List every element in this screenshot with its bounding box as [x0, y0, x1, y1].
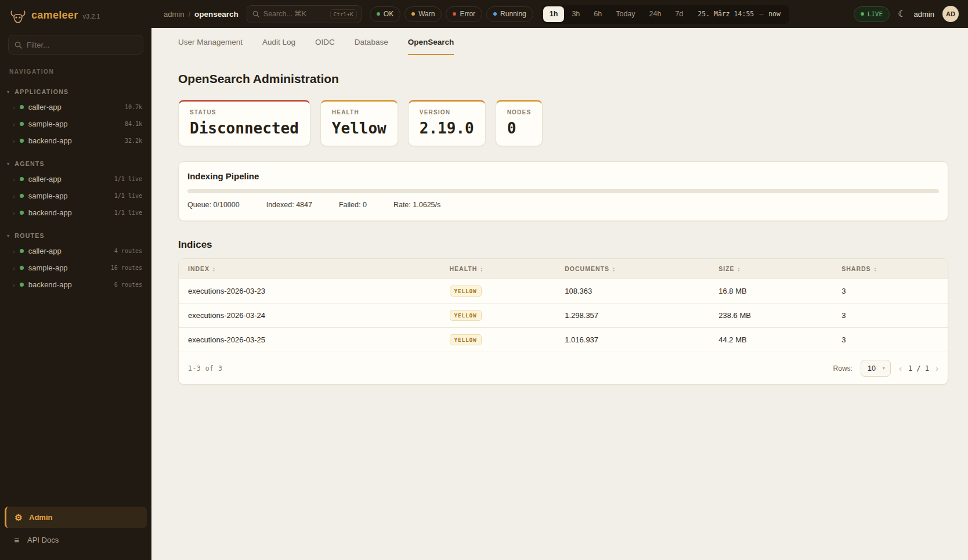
item-label: caller-app	[28, 103, 62, 111]
admin-label: Admin	[29, 513, 52, 522]
section-header-routes[interactable]: ▾ ROUTES	[0, 228, 151, 243]
column-header-shards[interactable]: SHARDS▲▼	[832, 259, 948, 279]
filter-pill-error[interactable]: Error	[446, 6, 482, 22]
chevron-right-icon: ›	[13, 281, 15, 288]
sort-icon: ▲▼	[480, 267, 483, 272]
stat-label: NODES	[507, 109, 532, 115]
section-label: AGENTS	[15, 160, 45, 167]
next-page-button[interactable]: ›	[936, 363, 938, 373]
time-range-24h[interactable]: 24h	[643, 6, 668, 22]
breadcrumb-parent[interactable]: admin	[164, 10, 184, 19]
table-footer-controls: Rows: 10 ▾ ‹ 1 / 1 ›	[833, 360, 938, 377]
tab-oidc[interactable]: OIDC	[315, 38, 335, 55]
time-range-3h[interactable]: 3h	[565, 6, 586, 22]
table-row[interactable]: executions-2026-03-25 YELLOW 1.016.937 4…	[179, 328, 948, 352]
sidebar-item-admin[interactable]: ⚙ Admin	[5, 507, 147, 528]
stat-value: Disconnected	[190, 120, 299, 137]
stat-value: 0	[507, 120, 532, 137]
item-badge: 1/1 live	[114, 176, 142, 182]
filter-label: Warn	[418, 10, 435, 18]
tab-database[interactable]: Database	[355, 38, 388, 55]
search-input[interactable]	[263, 10, 326, 18]
table-footer: 1-3 of 3 Rows: 10 ▾ ‹ 1 / 1 ›	[179, 352, 948, 384]
sidebar-item-agent-backend-app[interactable]: › backend-app 1/1 live	[0, 204, 151, 221]
filter-label: Running	[500, 10, 526, 18]
filter-pill-ok[interactable]: OK	[370, 6, 400, 22]
sidebar-item-route-caller-app[interactable]: › caller-app 4 routes	[0, 243, 151, 259]
section-header-agents[interactable]: ▾ AGENTS	[0, 156, 151, 171]
status-dot	[20, 194, 24, 198]
main-content: User Management Audit Log OIDC Database …	[151, 28, 968, 560]
status-dot	[20, 122, 24, 126]
caret-down-icon: ▾	[7, 89, 10, 95]
time-range-7d[interactable]: 7d	[669, 6, 689, 22]
search-shortcut-kbd: Ctrl+K	[330, 9, 357, 19]
date-range-separator: —	[759, 10, 763, 18]
sidebar-item-agent-sample-app[interactable]: › sample-app 1/1 live	[0, 187, 151, 204]
app-root: cameleer v3.2.1 NAVIGATION ▾ APPLICATION…	[0, 0, 968, 560]
section-header-applications[interactable]: ▾ APPLICATIONS	[0, 84, 151, 99]
table-row[interactable]: executions-2026-03-24 YELLOW 1.298.357 2…	[179, 304, 948, 328]
time-range-today[interactable]: Today	[609, 6, 641, 22]
prev-page-button[interactable]: ‹	[899, 363, 902, 373]
health-badge: YELLOW	[450, 310, 482, 321]
column-header-index[interactable]: INDEX▲▼	[179, 259, 440, 279]
sidebar-item-agent-caller-app[interactable]: › caller-app 1/1 live	[0, 171, 151, 187]
tab-opensearch[interactable]: OpenSearch	[408, 38, 454, 55]
result-range: 1-3 of 3	[188, 364, 222, 373]
sidebar-item-route-sample-app[interactable]: › sample-app 16 routes	[0, 259, 151, 276]
rows-per-page-select[interactable]: 10 ▾	[861, 360, 891, 377]
filter-input[interactable]	[27, 41, 137, 49]
status-dot	[20, 249, 24, 253]
filter-pill-warn[interactable]: Warn	[404, 6, 442, 22]
sidebar-item-app-backend-app[interactable]: › backend-app 32.2k	[0, 132, 151, 149]
item-label: backend-app	[28, 136, 72, 145]
status-dot	[20, 283, 24, 287]
status-dot	[20, 177, 24, 181]
item-badge: 1/1 live	[114, 193, 142, 199]
cell-size: 16.8 MB	[709, 279, 832, 304]
column-header-size[interactable]: SIZE▲▼	[709, 259, 832, 279]
ok-dot	[377, 12, 380, 16]
dark-mode-toggle-moon-icon[interactable]: ☾	[898, 9, 905, 19]
chevron-right-icon: ›	[13, 138, 15, 144]
cell-documents: 108.363	[555, 279, 709, 304]
section-label: APPLICATIONS	[15, 88, 68, 95]
column-header-documents[interactable]: DOCUMENTS▲▼	[555, 259, 709, 279]
indices-title: Indices	[178, 239, 948, 251]
cell-size: 238.6 MB	[709, 304, 832, 328]
sort-icon: ▲▼	[612, 267, 616, 272]
avatar[interactable]: AD	[942, 6, 959, 22]
chevron-right-icon: ›	[13, 248, 15, 255]
username: admin	[914, 10, 934, 19]
sidebar-item-app-caller-app[interactable]: › caller-app 10.7k	[0, 99, 151, 115]
sidebar-filter	[8, 35, 143, 55]
date-range[interactable]: 25. März 14:55 — now	[691, 10, 788, 18]
list-icon: ≡	[12, 535, 21, 545]
live-indicator[interactable]: LIVE	[854, 6, 890, 22]
topbar: admin / opensearch Ctrl+K OK Warn	[151, 0, 968, 28]
sidebar-item-app-sample-app[interactable]: › sample-app 84.1k	[0, 115, 151, 132]
table-row[interactable]: executions-2026-03-23 YELLOW 108.363 16.…	[179, 279, 948, 304]
cell-size: 44.2 MB	[709, 328, 832, 352]
sort-icon: ▲▼	[874, 267, 877, 272]
indices-table-card: INDEX▲▼ HEALTH▲▼ DOCUMENTS▲▼ SIZE▲▼ SHAR…	[178, 258, 948, 385]
tab-user-management[interactable]: User Management	[178, 38, 243, 55]
live-dot	[861, 12, 864, 16]
sidebar-item-route-backend-app[interactable]: › backend-app 6 routes	[0, 276, 151, 293]
warn-dot	[411, 12, 415, 16]
indices-table: INDEX▲▼ HEALTH▲▼ DOCUMENTS▲▼ SIZE▲▼ SHAR…	[179, 259, 948, 352]
time-range-1h[interactable]: 1h	[543, 6, 565, 22]
table-header-row: INDEX▲▼ HEALTH▲▼ DOCUMENTS▲▼ SIZE▲▼ SHAR…	[179, 259, 948, 279]
stat-label: STATUS	[190, 109, 299, 115]
pipeline-stat-rate: Rate: 1.0625/s	[393, 201, 440, 209]
time-range-6h[interactable]: 6h	[587, 6, 608, 22]
tab-audit-log[interactable]: Audit Log	[262, 38, 295, 55]
pipeline-stats: Queue: 0/10000 Indexed: 4847 Failed: 0 R…	[187, 201, 939, 209]
cell-shards: 3	[832, 328, 948, 352]
sidebar-item-api-docs[interactable]: ≡ API Docs	[5, 529, 147, 551]
cell-index: executions-2026-03-25	[179, 328, 440, 352]
logo-name: cameleer	[31, 9, 78, 21]
filter-pill-running[interactable]: Running	[486, 6, 533, 22]
column-header-health[interactable]: HEALTH▲▼	[440, 259, 556, 279]
